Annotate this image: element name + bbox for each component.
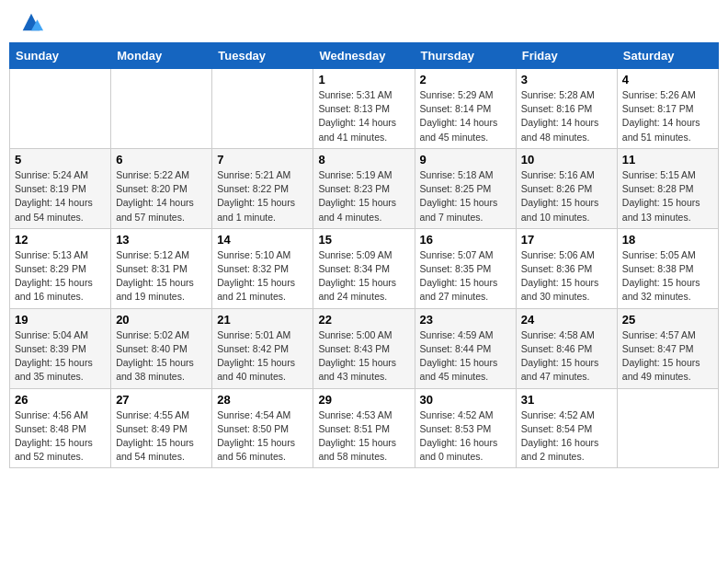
day-info: Sunrise: 5:19 AMSunset: 8:23 PMDaylight:…: [318, 168, 409, 224]
calendar-cell: 13Sunrise: 5:12 AMSunset: 8:31 PMDayligh…: [111, 228, 212, 308]
calendar-cell: 17Sunrise: 5:06 AMSunset: 8:36 PMDayligh…: [516, 228, 617, 308]
column-header-friday: Friday: [516, 43, 617, 69]
calendar-cell: 8Sunrise: 5:19 AMSunset: 8:23 PMDaylight…: [313, 148, 415, 228]
day-info: Sunrise: 4:57 AMSunset: 8:47 PMDaylight:…: [622, 328, 713, 385]
calendar-cell: 23Sunrise: 4:59 AMSunset: 8:44 PMDayligh…: [415, 308, 516, 388]
day-number: 1: [318, 73, 409, 86]
calendar-cell: 24Sunrise: 4:58 AMSunset: 8:46 PMDayligh…: [516, 308, 617, 388]
column-header-wednesday: Wednesday: [313, 43, 415, 69]
calendar-table: SundayMondayTuesdayWednesdayThursdayFrid…: [9, 42, 719, 468]
day-info: Sunrise: 4:59 AMSunset: 8:44 PMDaylight:…: [420, 328, 511, 385]
day-info: Sunrise: 5:00 AMSunset: 8:43 PMDaylight:…: [318, 328, 409, 385]
day-number: 23: [420, 313, 511, 327]
day-number: 22: [318, 313, 409, 327]
calendar-cell: 5Sunrise: 5:24 AMSunset: 8:19 PMDaylight…: [10, 148, 111, 228]
day-info: Sunrise: 4:52 AMSunset: 8:54 PMDaylight:…: [521, 408, 612, 465]
day-number: 7: [217, 153, 308, 167]
day-number: 2: [420, 73, 511, 86]
day-info: Sunrise: 5:04 AMSunset: 8:39 PMDaylight:…: [15, 328, 106, 385]
column-header-sunday: Sunday: [10, 43, 111, 69]
day-info: Sunrise: 5:07 AMSunset: 8:35 PMDaylight:…: [420, 248, 511, 304]
day-info: Sunrise: 5:16 AMSunset: 8:26 PMDaylight:…: [521, 168, 612, 224]
calendar-week-row: 5Sunrise: 5:24 AMSunset: 8:19 PMDaylight…: [10, 148, 719, 228]
day-number: 11: [622, 153, 713, 167]
calendar-week-row: 12Sunrise: 5:13 AMSunset: 8:29 PMDayligh…: [10, 228, 719, 308]
day-number: 16: [420, 233, 511, 247]
day-info: Sunrise: 5:02 AMSunset: 8:40 PMDaylight:…: [116, 328, 207, 385]
calendar-cell: 22Sunrise: 5:00 AMSunset: 8:43 PMDayligh…: [313, 308, 415, 388]
calendar-cell: [617, 388, 718, 468]
day-info: Sunrise: 5:13 AMSunset: 8:29 PMDaylight:…: [15, 248, 106, 304]
day-info: Sunrise: 5:24 AMSunset: 8:19 PMDaylight:…: [15, 168, 106, 224]
day-number: 20: [116, 313, 207, 327]
day-number: 21: [217, 313, 308, 327]
day-info: Sunrise: 4:55 AMSunset: 8:49 PMDaylight:…: [116, 408, 207, 465]
calendar-cell: 2Sunrise: 5:29 AMSunset: 8:14 PMDaylight…: [415, 69, 516, 149]
day-number: 17: [521, 233, 612, 247]
day-info: Sunrise: 5:09 AMSunset: 8:34 PMDaylight:…: [318, 248, 409, 304]
calendar-cell: 31Sunrise: 4:52 AMSunset: 8:54 PMDayligh…: [516, 388, 617, 468]
day-number: 27: [116, 393, 207, 407]
day-number: 29: [318, 393, 409, 407]
day-number: 15: [318, 233, 409, 247]
calendar-cell: 21Sunrise: 5:01 AMSunset: 8:42 PMDayligh…: [212, 308, 313, 388]
day-number: 9: [420, 153, 511, 167]
calendar-cell: 12Sunrise: 5:13 AMSunset: 8:29 PMDayligh…: [10, 228, 111, 308]
day-number: 18: [622, 233, 713, 247]
calendar-cell: 25Sunrise: 4:57 AMSunset: 8:47 PMDayligh…: [617, 308, 718, 388]
calendar-cell: 26Sunrise: 4:56 AMSunset: 8:48 PMDayligh…: [10, 388, 111, 468]
day-info: Sunrise: 5:06 AMSunset: 8:36 PMDaylight:…: [521, 248, 612, 304]
column-header-thursday: Thursday: [415, 43, 516, 69]
calendar-week-row: 19Sunrise: 5:04 AMSunset: 8:39 PMDayligh…: [10, 308, 719, 388]
day-number: 12: [15, 233, 106, 247]
calendar-cell: 15Sunrise: 5:09 AMSunset: 8:34 PMDayligh…: [313, 228, 415, 308]
calendar-cell: 10Sunrise: 5:16 AMSunset: 8:26 PMDayligh…: [516, 148, 617, 228]
calendar-cell: [212, 69, 313, 149]
day-number: 13: [116, 233, 207, 247]
calendar-cell: 11Sunrise: 5:15 AMSunset: 8:28 PMDayligh…: [617, 148, 718, 228]
calendar-cell: 6Sunrise: 5:22 AMSunset: 8:20 PMDaylight…: [111, 148, 212, 228]
column-header-tuesday: Tuesday: [212, 43, 313, 69]
day-number: 3: [521, 73, 612, 86]
day-info: Sunrise: 5:10 AMSunset: 8:32 PMDaylight:…: [217, 248, 308, 304]
calendar-cell: 3Sunrise: 5:28 AMSunset: 8:16 PMDaylight…: [516, 69, 617, 149]
calendar-header-row: SundayMondayTuesdayWednesdayThursdayFrid…: [10, 43, 719, 69]
day-info: Sunrise: 5:28 AMSunset: 8:16 PMDaylight:…: [521, 88, 612, 144]
day-number: 25: [622, 313, 713, 327]
calendar-cell: 18Sunrise: 5:05 AMSunset: 8:38 PMDayligh…: [617, 228, 718, 308]
day-number: 4: [622, 73, 713, 86]
day-number: 28: [217, 393, 308, 407]
day-info: Sunrise: 4:54 AMSunset: 8:50 PMDaylight:…: [217, 408, 308, 465]
calendar-cell: 1Sunrise: 5:31 AMSunset: 8:13 PMDaylight…: [313, 69, 415, 149]
day-number: 24: [521, 313, 612, 327]
day-info: Sunrise: 5:26 AMSunset: 8:17 PMDaylight:…: [622, 88, 713, 144]
calendar-cell: 29Sunrise: 4:53 AMSunset: 8:51 PMDayligh…: [313, 388, 415, 468]
calendar-cell: 20Sunrise: 5:02 AMSunset: 8:40 PMDayligh…: [111, 308, 212, 388]
day-number: 30: [420, 393, 511, 407]
day-number: 6: [116, 153, 207, 167]
logo-icon: [18, 9, 44, 35]
calendar-week-row: 1Sunrise: 5:31 AMSunset: 8:13 PMDaylight…: [10, 69, 719, 149]
day-info: Sunrise: 5:05 AMSunset: 8:38 PMDaylight:…: [622, 248, 713, 304]
day-number: 5: [15, 153, 106, 167]
column-header-monday: Monday: [111, 43, 212, 69]
day-number: 19: [15, 313, 106, 327]
page-header: [9, 9, 719, 35]
calendar-cell: 30Sunrise: 4:52 AMSunset: 8:53 PMDayligh…: [415, 388, 516, 468]
day-info: Sunrise: 5:29 AMSunset: 8:14 PMDaylight:…: [420, 88, 511, 144]
day-info: Sunrise: 4:52 AMSunset: 8:53 PMDaylight:…: [420, 408, 511, 465]
day-number: 10: [521, 153, 612, 167]
day-info: Sunrise: 4:56 AMSunset: 8:48 PMDaylight:…: [15, 408, 106, 465]
day-info: Sunrise: 5:21 AMSunset: 8:22 PMDaylight:…: [217, 168, 308, 224]
calendar-cell: 14Sunrise: 5:10 AMSunset: 8:32 PMDayligh…: [212, 228, 313, 308]
day-number: 8: [318, 153, 409, 167]
logo: [13, 9, 44, 35]
day-info: Sunrise: 4:58 AMSunset: 8:46 PMDaylight:…: [521, 328, 612, 385]
calendar-week-row: 26Sunrise: 4:56 AMSunset: 8:48 PMDayligh…: [10, 388, 719, 468]
calendar-cell: 19Sunrise: 5:04 AMSunset: 8:39 PMDayligh…: [10, 308, 111, 388]
calendar-cell: 16Sunrise: 5:07 AMSunset: 8:35 PMDayligh…: [415, 228, 516, 308]
calendar-cell: 27Sunrise: 4:55 AMSunset: 8:49 PMDayligh…: [111, 388, 212, 468]
calendar-cell: [10, 69, 111, 149]
day-number: 14: [217, 233, 308, 247]
calendar-cell: 28Sunrise: 4:54 AMSunset: 8:50 PMDayligh…: [212, 388, 313, 468]
